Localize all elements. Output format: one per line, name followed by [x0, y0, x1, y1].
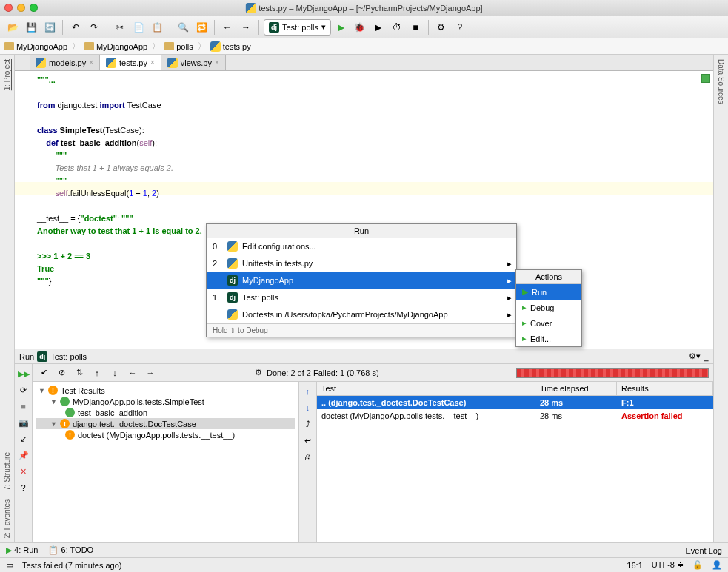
find-button[interactable]: 🔍 — [175, 19, 191, 36]
run-button[interactable]: ▶ — [333, 19, 350, 36]
help-button[interactable]: ? — [452, 19, 468, 36]
close-window-button[interactable] — [4, 4, 13, 12]
zoom-window-button[interactable] — [30, 4, 38, 12]
close-tab-icon[interactable]: × — [150, 58, 155, 67]
sort-button[interactable]: ⇅ — [73, 366, 86, 380]
run-popup-item[interactable]: 1.djTest: polls▸ — [207, 289, 516, 306]
folder-icon — [164, 42, 174, 50]
test-tree[interactable]: ▼!Test Results▼MyDjangoApp.polls.tests.S… — [33, 382, 299, 542]
minimize-window-button[interactable] — [17, 4, 25, 12]
settings-button[interactable]: ⚙ — [433, 19, 450, 36]
close-tab-icon[interactable]: × — [89, 58, 93, 67]
stop-tests-button[interactable]: ■ — [17, 400, 30, 413]
tree-twisty-icon[interactable]: ▼ — [50, 398, 57, 406]
data-sources-tab[interactable]: Data Sources — [715, 55, 727, 109]
test-tree-item[interactable]: !doctest (MyDjangoApp.polls.tests.__test… — [36, 429, 295, 440]
show-passed-button[interactable]: ✔ — [37, 366, 50, 380]
profile-button[interactable]: ⏱ — [389, 19, 405, 36]
action-item[interactable]: ▸Edit... — [516, 331, 581, 346]
action-item[interactable]: ▸Debug — [516, 300, 581, 315]
gear-icon[interactable]: ⚙▾ — [689, 351, 701, 361]
rerun-button[interactable]: ▶▶ — [17, 367, 30, 380]
result-row[interactable]: .. (django.test._doctest.DocTestCase)28 … — [317, 396, 713, 409]
editor-tab[interactable]: models.py× — [30, 55, 100, 70]
restore-layout-button[interactable]: ↙ — [17, 432, 30, 445]
minimize-tool-icon[interactable]: ⎯ — [704, 352, 709, 361]
run-tab[interactable]: ▶ 4: Run — [6, 545, 38, 555]
run-config-selector[interactable]: dj Test: polls ▾ — [264, 19, 331, 36]
collapse-button[interactable]: ↓ — [108, 366, 121, 380]
result-row[interactable]: doctest (MyDjangoApp.polls.tests.__test_… — [317, 409, 713, 423]
refresh-button[interactable]: 🔄 — [41, 19, 58, 36]
action-item[interactable]: ▸Cover — [516, 315, 581, 331]
editor-tab[interactable]: views.py× — [161, 55, 226, 70]
forward-button[interactable]: → — [238, 19, 254, 36]
test-tree-item[interactable]: test_basic_addition — [36, 407, 295, 418]
action-item[interactable]: ▶Run — [516, 284, 581, 300]
test-ok-icon — [60, 397, 70, 406]
tree-item-label: MyDjangoApp.polls.tests.SimpleTest — [73, 397, 204, 406]
stop-button[interactable]: ■ — [407, 19, 424, 36]
test-tree-item[interactable]: ▼!Test Results — [36, 385, 295, 396]
coverage-button[interactable]: ▶ — [370, 19, 387, 36]
breadcrumb-label: polls — [176, 42, 193, 51]
paste-button[interactable]: 📋 — [149, 19, 165, 36]
next-fail-button[interactable]: → — [144, 366, 157, 380]
debug-button[interactable]: 🐞 — [352, 19, 368, 36]
structure-tool-tab[interactable]: 7: Structure — [1, 448, 13, 495]
run-popup-item[interactable]: Doctests in /Users/topka/PycharmProjects… — [207, 306, 516, 323]
run-popup-item[interactable]: 2.Unittests in tests.py▸ — [207, 255, 516, 272]
wrap-button[interactable]: ↩ — [301, 434, 315, 447]
todo-tab[interactable]: 📋 6: TODO — [48, 545, 93, 555]
run-popup-item[interactable]: djMyDjangoApp▸ — [207, 272, 516, 289]
project-tool-tab[interactable]: 1: Project — [1, 55, 13, 95]
prev-fail-button[interactable]: ← — [126, 366, 139, 380]
breadcrumb-item[interactable]: tests.py — [210, 41, 256, 52]
tree-twisty-icon[interactable]: ▼ — [50, 420, 57, 428]
left-tool-gutter: 1: Project 7: Structure 2: Favorites — [0, 55, 15, 542]
back-button[interactable]: ← — [219, 19, 236, 36]
export-button[interactable]: ⤴ — [301, 417, 315, 431]
editor-tab[interactable]: tests.py× — [100, 55, 161, 70]
open-file-button[interactable]: 📂 — [4, 19, 21, 36]
close-tab-button[interactable]: ✕ — [17, 465, 30, 478]
lock-icon[interactable]: 🔓 — [692, 560, 703, 570]
breadcrumb-item[interactable]: polls — [164, 41, 210, 52]
print-button[interactable]: 🖨 — [301, 450, 315, 463]
close-tab-icon[interactable]: × — [215, 58, 219, 67]
test-tree-item[interactable]: ▼MyDjangoApp.polls.tests.SimpleTest — [36, 396, 295, 407]
redo-button[interactable]: ↷ — [86, 19, 102, 36]
event-log-tab[interactable]: Event Log — [685, 546, 722, 555]
breadcrumb-label: tests.py — [223, 42, 251, 51]
col-test-header[interactable]: Test — [317, 382, 535, 395]
breadcrumb-item[interactable]: MyDjangoApp — [4, 41, 84, 52]
col-time-header[interactable]: Time elapsed — [535, 382, 617, 395]
memory-indicator-icon[interactable]: ▭ — [6, 560, 13, 570]
cut-button[interactable]: ✂ — [112, 19, 128, 36]
run-popup[interactable]: Run 0.Edit configurations...2.Unittests … — [206, 223, 517, 337]
actions-submenu[interactable]: Actions ▶Run▸Debug▸Cover▸Edit... — [515, 269, 582, 347]
toggle-autotest-button[interactable]: ⟳ — [17, 383, 30, 397]
favorites-tool-tab[interactable]: 2: Favorites — [1, 495, 13, 542]
copy-button[interactable]: 📄 — [130, 19, 147, 36]
pin-tab-button[interactable]: 📌 — [17, 448, 30, 462]
expand-button[interactable]: ↑ — [90, 366, 104, 380]
replace-button[interactable]: 🔁 — [193, 19, 210, 36]
encoding-selector[interactable]: UTF-8 ≑ — [652, 560, 684, 570]
scroll-down-button[interactable]: ↓ — [301, 401, 315, 414]
scroll-up-button[interactable]: ↑ — [301, 385, 315, 398]
show-ignored-button[interactable]: ⊘ — [55, 366, 68, 380]
undo-button[interactable]: ↶ — [67, 19, 84, 36]
tree-twisty-icon[interactable]: ▼ — [39, 387, 45, 394]
save-button[interactable]: 💾 — [23, 19, 39, 36]
python-file-icon — [106, 58, 116, 68]
gear-icon[interactable]: ⚙ — [255, 368, 262, 377]
run-popup-item[interactable]: 0.Edit configurations... — [207, 238, 516, 255]
help-tests-button[interactable]: ? — [17, 481, 30, 494]
dump-threads-button[interactable]: 📷 — [17, 416, 30, 429]
hector-icon[interactable]: 👤 — [712, 560, 722, 570]
col-results-header[interactable]: Results — [617, 382, 713, 395]
caret-position[interactable]: 16:1 — [627, 561, 642, 570]
breadcrumb-item[interactable]: MyDjangoApp — [84, 41, 164, 52]
test-tree-item[interactable]: ▼!django.test._doctest.DocTestCase — [36, 418, 295, 429]
